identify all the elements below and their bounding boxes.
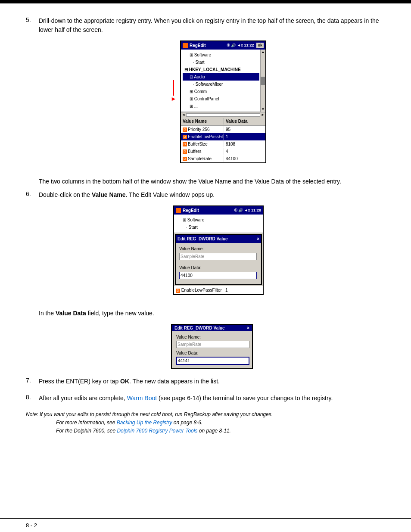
regedit-table-header: Value Name Value Data: [181, 117, 265, 126]
bracket-line-top: [173, 80, 174, 96]
step-5-text: Drill-down to the appropriate registry e…: [39, 16, 385, 169]
col-value-name: Value Name: [181, 118, 224, 124]
dword-icon: D: [183, 128, 187, 132]
standalone-value-data-input[interactable]: [176, 357, 249, 365]
regedit-title-1: RegEdit: [190, 42, 206, 49]
col-value-data: Value Data: [224, 118, 248, 124]
step-7: 7. Press the ENT(ER) key or tap OK. The …: [26, 377, 385, 386]
value-name-input-1[interactable]: [179, 253, 257, 260]
table-row[interactable]: DPriority 256 95: [181, 126, 265, 133]
regedit-titlebar-1: RegEdit ① 🔊 ◄x 11:22 ok: [181, 41, 265, 50]
step-7-number: 7.: [26, 377, 39, 384]
tree-item-comm: ⊞ Comm: [183, 88, 259, 95]
reg-app-icon: [183, 43, 188, 48]
standalone-value-name-label: Value Name:: [176, 335, 248, 339]
step-6: 6. Double-click on the Value Name. The E…: [26, 190, 385, 301]
scroll-up-btn[interactable]: ▲: [261, 50, 265, 55]
regedit-title-2: RegEdit: [183, 207, 199, 214]
tree-item-start-2: · Start: [176, 224, 261, 231]
regedit-screenshot-1: ► RegEdit ① 🔊 ◄x 11:22 ok: [52, 40, 385, 163]
bracket-arrow: ►: [171, 96, 177, 102]
scroll-thumb: [261, 77, 265, 85]
value-data-input-1[interactable]: [179, 272, 257, 279]
scroll-left-btn[interactable]: ◄: [181, 112, 186, 118]
note-line-2: For more information, see Backing Up the…: [26, 419, 385, 427]
tree-item-software: ⊞ Software: [183, 51, 259, 59]
edit-dword-body-1: Value Name: Value Data:: [176, 243, 261, 284]
regedit-status-1: ① 🔊 ◄x 11:22: [227, 43, 254, 49]
backing-up-link[interactable]: Backing Up the Registry: [117, 420, 172, 426]
regedit-titlebar-2: RegEdit ① 🔊 ◄x 11:28: [174, 206, 263, 215]
h-scrollbar[interactable]: ◄ ►: [181, 112, 265, 117]
reg-app-icon-2: [176, 208, 181, 213]
paragraph-1: The two columns in the bottom half of th…: [39, 177, 385, 186]
h-scroll-track: [186, 113, 260, 117]
table-row[interactable]: DBuffers 4: [181, 148, 265, 155]
standalone-body: Value Name: Value Data:: [172, 331, 252, 368]
step-8: 8. After all your edits are complete, Wa…: [26, 394, 385, 403]
standalone-edit-dialog: Edit REG_DWORD Value × Value Name: Value…: [171, 324, 253, 369]
value-name-label-1: Value Name:: [179, 246, 258, 252]
dword-icon-bottom: D: [176, 289, 180, 293]
edit-dword-titlebar-1: Edit REG_DWORD Value ×: [176, 235, 261, 243]
regedit-window-2: RegEdit ① 🔊 ◄x 11:28 ⊞ Software · Start: [173, 205, 264, 295]
page-number: 8 - 2: [26, 522, 37, 529]
tree-item-software-2: ⊞ Software: [176, 216, 261, 224]
step-6-number: 6.: [26, 190, 39, 197]
step-8-number: 8.: [26, 394, 39, 401]
scroll-right-btn[interactable]: ►: [260, 112, 265, 118]
note-line-3: For the Dolphin 7600, see Dolphin 7600 R…: [26, 427, 385, 435]
step-7-text: Press the ENT(ER) key or tap OK. The new…: [39, 377, 385, 386]
step-5-number: 5.: [26, 16, 39, 23]
tree-item-more: ⊞ ...: [183, 103, 259, 110]
tree-item-audio[interactable]: ⊟ Audio: [183, 73, 259, 81]
value-name-bold: Value Name: [92, 191, 126, 198]
edit-dword-dialog-1: Edit REG_DWORD Value × Value Name: Value…: [175, 234, 262, 285]
note-line-1: Note: If you want your edits to persist …: [26, 411, 385, 419]
step-8-text: After all your edits are complete, Warm …: [39, 394, 385, 403]
table-row-selected[interactable]: DEnableLowPassFilter 1: [181, 133, 265, 140]
value-data-bold: Value Data: [56, 310, 86, 317]
regedit-table-body: DPriority 256 95 DEnableLowPassFilter 1 …: [181, 126, 265, 162]
regedit-status-2: ① 🔊 ◄x 11:28: [234, 208, 261, 214]
regedit-tree-1: ⊞ Software · Start ⊟ HKEY_LOCAL_MACHINE …: [181, 50, 265, 112]
arrow-bracket: ►: [171, 40, 177, 102]
standalone-value-data-label: Value Data:: [176, 351, 248, 355]
edit-close-btn-1[interactable]: ×: [257, 236, 259, 242]
paragraph-2: In the Value Data field, type the new va…: [39, 309, 385, 318]
scroll-down-btn[interactable]: ▼: [261, 107, 265, 112]
step-6-text: Double-click on the Value Name. The Edit…: [39, 190, 385, 301]
ok-bold: OK: [120, 378, 129, 385]
tree-item-controlpanel: ⊞ ControlPanel: [183, 95, 259, 103]
note-section: Note: If you want your edits to persist …: [26, 411, 385, 436]
standalone-value-name-input[interactable]: [176, 341, 249, 348]
dword-icon-4: D: [183, 149, 187, 154]
regedit-window-1: RegEdit ① 🔊 ◄x 11:22 ok ⊞ Software ·: [180, 40, 266, 163]
step-5: 5. Drill-down to the appropriate registr…: [26, 16, 385, 169]
table-row[interactable]: DBufferSize 8108: [181, 140, 265, 148]
dword-icon-5: D: [183, 157, 187, 161]
dolphin-7600-link[interactable]: Dolphin 7600 Registry Power Tools: [117, 428, 197, 434]
tree-item-softwaremixer: · SoftwareMixer: [183, 81, 259, 88]
value-data-label-1: Value Data:: [179, 264, 258, 271]
table-row[interactable]: DSampleRate 44100: [181, 155, 265, 162]
main-content: 5. Drill-down to the appropriate registr…: [0, 3, 411, 453]
edit-dword-title-1: Edit REG_DWORD Value: [177, 236, 228, 242]
dword-icon-2: D: [183, 135, 187, 139]
regedit-screenshot-2: RegEdit ① 🔊 ◄x 11:28 ⊞ Software · Start: [52, 205, 385, 295]
dword-icon-3: D: [183, 142, 187, 146]
tree-item-start: · Start: [183, 59, 259, 66]
regedit-tree-2: ⊞ Software · Start: [174, 215, 263, 233]
footer: 8 - 2: [0, 518, 411, 532]
tree-item-hklm: ⊟ HKEY_LOCAL_MACHINE: [183, 66, 259, 73]
standalone-title: Edit REG_DWORD Value: [174, 326, 225, 330]
standalone-close-btn[interactable]: ×: [247, 326, 249, 330]
warm-boot-link[interactable]: Warm Boot: [127, 395, 157, 401]
regedit-bottom-row: D EnableLowPassFilter 1: [174, 286, 263, 294]
ok-btn[interactable]: ok: [256, 43, 264, 49]
standalone-titlebar: Edit REG_DWORD Value ×: [172, 325, 252, 331]
tree-scrollbar[interactable]: ▲ ▼: [260, 50, 265, 112]
top-bar: [0, 0, 411, 3]
reg-annotation-1: ► RegEdit ① 🔊 ◄x 11:22 ok: [171, 40, 266, 163]
standalone-edit-container: Edit REG_DWORD Value × Value Name: Value…: [39, 324, 385, 369]
